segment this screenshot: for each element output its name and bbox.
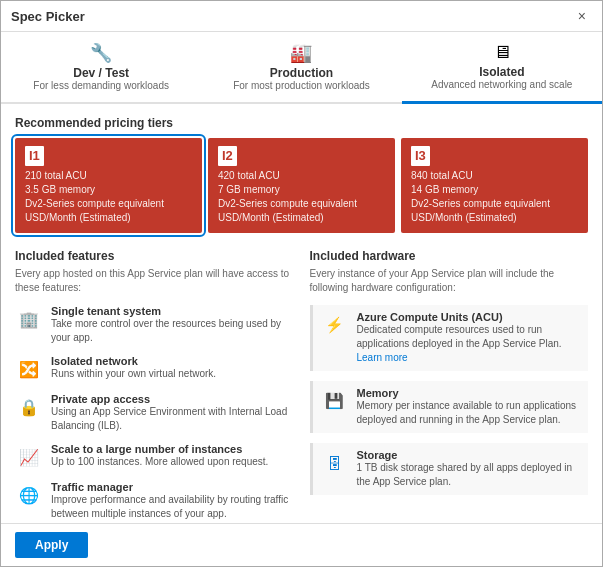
- traffic-manager-desc: Improve performance and availability by …: [51, 493, 294, 521]
- features-description: Every app hosted on this App Service pla…: [15, 267, 294, 295]
- tier-i1-compute: Dv2-Series compute equivalent: [25, 197, 192, 211]
- hardware-memory-text: Memory Memory per instance available to …: [357, 387, 581, 427]
- storage-desc: 1 TB disk storage shared by all apps dep…: [357, 461, 581, 489]
- pricing-tiers-container: I1 210 total ACU 3.5 GB memory Dv2-Serie…: [15, 138, 588, 233]
- features-title: Included features: [15, 249, 294, 263]
- private-access-desc: Using an App Service Environment with In…: [51, 405, 294, 433]
- tier-i1-memory: 3.5 GB memory: [25, 183, 192, 197]
- hardware-memory: 💾 Memory Memory per instance available t…: [310, 381, 589, 433]
- storage-icon: 🗄: [321, 449, 349, 477]
- isolated-network-icon: 🔀: [15, 355, 43, 383]
- content-area: Recommended pricing tiers I1 210 total A…: [1, 104, 602, 523]
- memory-icon: 💾: [321, 387, 349, 415]
- tier-i1-acu: 210 total ACU: [25, 169, 192, 183]
- isolated-sublabel: Advanced networking and scale: [410, 79, 594, 90]
- tab-bar: 🔧 Dev / Test For less demanding workload…: [1, 32, 602, 104]
- acu-title: Azure Compute Units (ACU): [357, 311, 581, 323]
- feature-isolated-network: 🔀 Isolated network Runs within your own …: [15, 355, 294, 383]
- tier-i3-compute: Dv2-Series compute equivalent: [411, 197, 578, 211]
- private-access-title: Private app access: [51, 393, 294, 405]
- tier-i3[interactable]: I3 840 total ACU 14 GB memory Dv2-Series…: [401, 138, 588, 233]
- feature-traffic-manager: 🌐 Traffic manager Improve performance an…: [15, 481, 294, 521]
- feature-single-tenant-text: Single tenant system Take more control o…: [51, 305, 294, 345]
- isolated-icon: 🖥: [410, 42, 594, 63]
- tier-i2-acu: 420 total ACU: [218, 169, 385, 183]
- tab-production[interactable]: 🏭 Production For most production workloa…: [201, 32, 401, 104]
- hardware-storage-text: Storage 1 TB disk storage shared by all …: [357, 449, 581, 489]
- tier-i2[interactable]: I2 420 total ACU 7 GB memory Dv2-Series …: [208, 138, 395, 233]
- apply-button[interactable]: Apply: [15, 532, 88, 558]
- spec-picker-dialog: Spec Picker × 🔧 Dev / Test For less dema…: [0, 0, 603, 567]
- acu-desc: Dedicated compute resources used to run …: [357, 323, 581, 365]
- single-tenant-title: Single tenant system: [51, 305, 294, 317]
- close-button[interactable]: ×: [572, 7, 592, 25]
- storage-title: Storage: [357, 449, 581, 461]
- footer: Apply: [1, 523, 602, 566]
- traffic-manager-icon: 🌐: [15, 481, 43, 509]
- tier-i2-memory: 7 GB memory: [218, 183, 385, 197]
- memory-title: Memory: [357, 387, 581, 399]
- tier-i3-memory: 14 GB memory: [411, 183, 578, 197]
- feature-private-access-text: Private app access Using an App Service …: [51, 393, 294, 433]
- tier-i3-badge: I3: [411, 146, 430, 166]
- scale-icon: 📈: [15, 443, 43, 471]
- hardware-title: Included hardware: [310, 249, 589, 263]
- traffic-manager-title: Traffic manager: [51, 481, 294, 493]
- scale-title: Scale to a large number of instances: [51, 443, 268, 455]
- memory-desc: Memory per instance available to run app…: [357, 399, 581, 427]
- dev-test-label: Dev / Test: [9, 66, 193, 80]
- tier-i2-badge: I2: [218, 146, 237, 166]
- feature-scale: 📈 Scale to a large number of instances U…: [15, 443, 294, 471]
- tier-i1-price: USD/Month (Estimated): [25, 211, 192, 225]
- production-sublabel: For most production workloads: [209, 80, 393, 91]
- tier-i1-badge: I1: [25, 146, 44, 166]
- feature-scale-text: Scale to a large number of instances Up …: [51, 443, 268, 469]
- two-column-section: Included features Every app hosted on th…: [15, 249, 588, 523]
- isolated-network-desc: Runs within your own virtual network.: [51, 367, 216, 381]
- hardware-description: Every instance of your App Service plan …: [310, 267, 589, 295]
- feature-single-tenant: 🏢 Single tenant system Take more control…: [15, 305, 294, 345]
- tier-i2-price: USD/Month (Estimated): [218, 211, 385, 225]
- acu-learn-more-link[interactable]: Learn more: [357, 352, 408, 363]
- tier-i3-acu: 840 total ACU: [411, 169, 578, 183]
- feature-private-access: 🔒 Private app access Using an App Servic…: [15, 393, 294, 433]
- hardware-acu-text: Azure Compute Units (ACU) Dedicated comp…: [357, 311, 581, 365]
- hardware-storage: 🗄 Storage 1 TB disk storage shared by al…: [310, 443, 589, 495]
- tab-isolated[interactable]: 🖥 Isolated Advanced networking and scale: [402, 32, 602, 104]
- tier-i3-price: USD/Month (Estimated): [411, 211, 578, 225]
- pricing-tiers-title: Recommended pricing tiers: [15, 116, 588, 130]
- single-tenant-icon: 🏢: [15, 305, 43, 333]
- tier-i1[interactable]: I1 210 total ACU 3.5 GB memory Dv2-Serie…: [15, 138, 202, 233]
- dev-test-sublabel: For less demanding workloads: [9, 80, 193, 91]
- features-column: Included features Every app hosted on th…: [15, 249, 294, 523]
- feature-isolated-network-text: Isolated network Runs within your own vi…: [51, 355, 216, 381]
- tab-dev-test[interactable]: 🔧 Dev / Test For less demanding workload…: [1, 32, 201, 104]
- isolated-label: Isolated: [410, 65, 594, 79]
- production-icon: 🏭: [209, 42, 393, 64]
- isolated-network-title: Isolated network: [51, 355, 216, 367]
- feature-traffic-manager-text: Traffic manager Improve performance and …: [51, 481, 294, 521]
- hardware-acu: ⚡ Azure Compute Units (ACU) Dedicated co…: [310, 305, 589, 371]
- title-bar: Spec Picker ×: [1, 1, 602, 32]
- dev-test-icon: 🔧: [9, 42, 193, 64]
- single-tenant-desc: Take more control over the resources bei…: [51, 317, 294, 345]
- dialog-title: Spec Picker: [11, 9, 85, 24]
- production-label: Production: [209, 66, 393, 80]
- private-access-icon: 🔒: [15, 393, 43, 421]
- tier-i2-compute: Dv2-Series compute equivalent: [218, 197, 385, 211]
- acu-icon: ⚡: [321, 311, 349, 339]
- hardware-column: Included hardware Every instance of your…: [310, 249, 589, 523]
- scale-desc: Up to 100 instances. More allowed upon r…: [51, 455, 268, 469]
